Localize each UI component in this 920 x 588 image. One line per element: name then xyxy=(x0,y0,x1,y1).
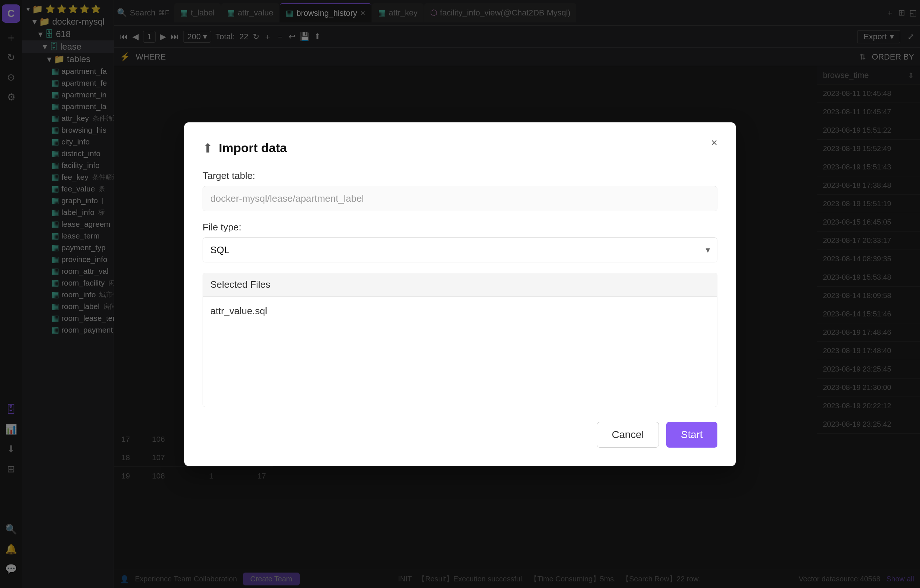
file-item: attr_value.sql xyxy=(211,302,709,320)
target-table-label: Target table: xyxy=(202,170,718,181)
start-button[interactable]: Start xyxy=(666,422,718,447)
import-icon: ⬆ xyxy=(202,141,213,155)
modal-footer: Cancel Start xyxy=(202,422,718,447)
file-type-label: File type: xyxy=(202,221,718,233)
file-type-field: File type: SQL CSV Excel ▾ xyxy=(202,221,718,262)
cancel-button[interactable]: Cancel xyxy=(597,422,659,447)
modal-overlay[interactable]: ⬆ Import data × Target table: File type:… xyxy=(0,0,920,588)
import-data-modal: ⬆ Import data × Target table: File type:… xyxy=(184,123,736,466)
modal-header: ⬆ Import data xyxy=(202,141,718,155)
files-list: attr_value.sql xyxy=(203,297,717,407)
files-header-label: Selected Files xyxy=(203,273,717,297)
modal-title: Import data xyxy=(219,141,287,155)
target-table-field: Target table: xyxy=(202,170,718,211)
modal-close-button[interactable]: × xyxy=(711,137,718,148)
selected-files-area: Selected Files attr_value.sql xyxy=(202,273,718,407)
target-table-input[interactable] xyxy=(202,186,718,211)
file-type-select-wrapper: SQL CSV Excel ▾ xyxy=(202,237,718,262)
file-type-select[interactable]: SQL CSV Excel xyxy=(202,237,718,262)
